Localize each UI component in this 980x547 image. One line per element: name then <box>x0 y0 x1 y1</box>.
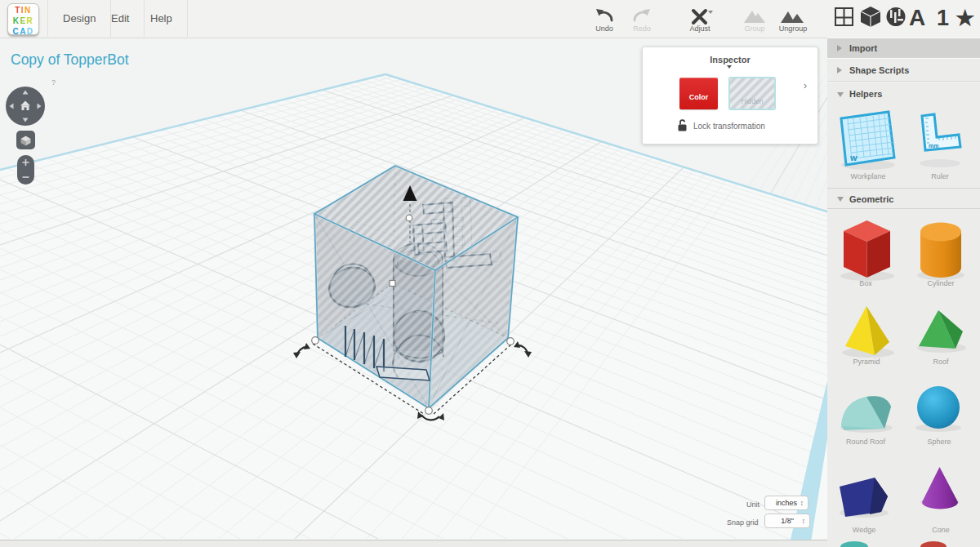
svg-text:Undo: Undo <box>595 24 613 33</box>
svg-text:Group: Group <box>744 24 764 33</box>
svg-text:W: W <box>850 154 858 162</box>
svg-text:A: A <box>909 5 925 30</box>
svg-text:mm: mm <box>929 143 938 149</box>
svg-text:Redo: Redo <box>633 24 651 33</box>
svg-text:★: ★ <box>956 6 975 30</box>
svg-text:Ungroup: Ungroup <box>779 24 808 33</box>
svg-text:Adjust: Adjust <box>689 24 710 33</box>
svg-text:?: ? <box>51 78 56 87</box>
svg-text:1: 1 <box>937 6 949 30</box>
